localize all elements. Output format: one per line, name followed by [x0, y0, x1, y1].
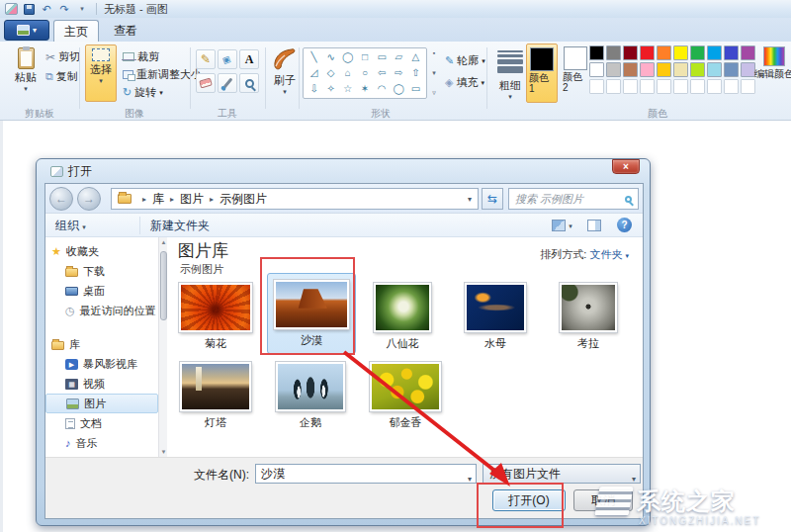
color-swatch[interactable] — [741, 45, 755, 60]
color-swatch[interactable] — [707, 45, 722, 60]
shape-icon[interactable]: ☆ — [343, 84, 352, 94]
file-item-penguins[interactable]: 企鹅 — [269, 362, 352, 430]
shape-icon[interactable]: ⌂ — [345, 68, 351, 78]
fill-tool[interactable]: ◈ — [218, 49, 237, 69]
new-folder-button[interactable]: 新建文件夹 — [150, 218, 210, 234]
color-swatch[interactable] — [623, 62, 638, 77]
file-item-jellyfish[interactable]: 水母 — [457, 283, 534, 351]
color-swatch[interactable] — [673, 62, 688, 77]
shape-icon[interactable]: ⇩ — [309, 84, 317, 94]
color-swatch[interactable] — [741, 79, 755, 94]
color-swatch[interactable] — [741, 62, 755, 77]
color-swatch[interactable] — [623, 79, 638, 94]
chevron-down-icon[interactable]: ▾ — [468, 195, 478, 204]
file-item-koala[interactable]: 考拉 — [550, 283, 627, 351]
back-button[interactable]: ← — [49, 187, 73, 211]
outline-button[interactable]: ✎ 轮廓 ▾ — [445, 53, 485, 68]
pencil-tool[interactable]: ✎ — [196, 49, 216, 69]
shape-icon[interactable]: □ — [362, 52, 368, 62]
sidebar-item-documents[interactable]: 文档 — [45, 413, 158, 433]
sidebar-scrollbar[interactable]: ▲ ▼ — [158, 237, 167, 457]
brushes-button[interactable]: 刷子 ▾ — [269, 44, 301, 94]
sidebar-item-pictures[interactable]: 图片 — [45, 394, 158, 413]
help-button[interactable]: ? — [617, 218, 632, 232]
color-swatch[interactable] — [589, 62, 604, 77]
shape-icon[interactable]: ╲ — [311, 52, 317, 62]
file-item-hydrangea[interactable]: 八仙花 — [364, 283, 441, 351]
filetype-select[interactable]: 所有图片文件 ▾ — [483, 464, 641, 484]
file-item-desert[interactable]: 沙漠 — [267, 273, 356, 354]
eraser-tool[interactable] — [196, 73, 216, 93]
redo-icon[interactable]: ↷ — [57, 3, 71, 16]
cancel-button[interactable]: 取消 — [573, 489, 633, 511]
shape-icon[interactable]: ◯ — [394, 84, 404, 94]
undo-icon[interactable]: ↶ — [40, 3, 53, 16]
close-button[interactable]: × — [612, 159, 640, 174]
shape-icon[interactable]: ◇ — [327, 68, 335, 78]
search-box[interactable]: 搜索 示例图片 — [508, 188, 639, 210]
edit-colors-button[interactable]: 编辑颜色 — [757, 44, 791, 81]
arrange-by-control[interactable]: 排列方式: 文件夹 ▾ — [540, 247, 629, 262]
cut-button[interactable]: ✂ 剪切 — [45, 49, 80, 64]
color-swatch[interactable] — [690, 45, 705, 60]
sidebar-item-downloads[interactable]: 下载 — [45, 261, 158, 281]
breadcrumb-libraries[interactable]: 库 — [152, 191, 164, 208]
organize-button[interactable]: 组织 ▾ — [55, 218, 86, 234]
color2-button[interactable]: 颜色 2 — [560, 44, 591, 103]
color-swatch[interactable] — [623, 45, 638, 60]
crop-button[interactable]: 裁剪 — [123, 49, 159, 64]
file-item-tulips[interactable]: 郁金香 — [364, 362, 447, 430]
sidebar-item-baofeng[interactable]: ▶ 暴风影视库 — [45, 354, 158, 374]
color-swatch[interactable] — [673, 45, 688, 60]
color-swatch[interactable] — [707, 62, 722, 77]
color1-button[interactable]: 颜色 1 — [526, 44, 558, 103]
select-button[interactable]: 选择 ▾ — [85, 44, 117, 102]
color-swatch[interactable] — [657, 79, 671, 94]
fill-button[interactable]: ◈ 填充 ▾ — [445, 75, 484, 90]
filename-input[interactable]: 沙漠 ▾ — [255, 464, 477, 484]
color-swatch[interactable] — [589, 79, 604, 94]
breadcrumb-pictures[interactable]: 图片 — [180, 191, 204, 208]
shape-icon[interactable]: ▱ — [395, 52, 402, 62]
open-button[interactable]: 打开(O) — [492, 489, 566, 511]
file-item-chrysanthemum[interactable]: 菊花 — [174, 283, 257, 351]
size-button[interactable]: 粗细 ▾ — [492, 47, 528, 99]
tab-home[interactable]: 主页 — [53, 20, 99, 42]
shape-icon[interactable]: ⇧ — [411, 68, 419, 78]
sidebar-item-favorites[interactable]: ★ 收藏夹 — [45, 241, 158, 261]
shape-icon[interactable]: ◯ — [342, 52, 353, 62]
shape-icon[interactable]: ◿ — [310, 68, 318, 78]
shape-icon[interactable]: ▭ — [377, 52, 386, 62]
shape-icon[interactable]: ◠ — [378, 84, 387, 94]
shapes-scroll[interactable]: ▪▾▿ — [429, 47, 439, 99]
save-icon[interactable] — [22, 3, 36, 16]
qat-dropdown-icon[interactable]: ▾ — [75, 3, 89, 16]
color-swatch[interactable] — [657, 62, 671, 77]
refresh-button[interactable]: ⇆ — [482, 188, 503, 210]
file-item-lighthouse[interactable]: 灯塔 — [174, 362, 257, 430]
color-picker-tool[interactable] — [218, 73, 237, 93]
color-swatch[interactable] — [724, 62, 739, 77]
scrollbar-thumb[interactable] — [160, 251, 167, 320]
chevron-down-icon[interactable]: ▾ — [468, 471, 472, 488]
shape-icon[interactable]: ∿ — [327, 52, 335, 62]
color-swatch[interactable] — [657, 45, 671, 60]
shape-icon[interactable]: ✶ — [361, 84, 369, 94]
sidebar-item-music[interactable]: ♪ 音乐 — [45, 433, 158, 453]
shape-icon[interactable]: ⇦ — [378, 68, 386, 78]
color-swatch[interactable] — [707, 79, 722, 94]
shape-icon[interactable]: ⇨ — [395, 68, 402, 78]
sidebar-item-libraries[interactable]: 库 — [45, 334, 158, 354]
color-swatch[interactable] — [724, 45, 739, 60]
scroll-down-icon[interactable]: ▼ — [159, 449, 168, 455]
color-swatch[interactable] — [589, 45, 604, 60]
preview-pane-button[interactable] — [587, 218, 601, 231]
color-swatch[interactable] — [640, 79, 655, 94]
scroll-up-icon[interactable]: ▲ — [159, 239, 168, 245]
color-swatch[interactable] — [606, 45, 621, 60]
color-swatch[interactable] — [690, 62, 705, 77]
breadcrumb-sample-pictures[interactable]: 示例图片 — [220, 191, 267, 208]
paste-button[interactable]: 粘贴 ▾ — [8, 44, 44, 91]
views-button[interactable]: ▾ — [552, 218, 572, 231]
address-bar[interactable]: ▸ 库 ▸ 图片 ▸ 示例图片 ▾ — [111, 188, 479, 210]
